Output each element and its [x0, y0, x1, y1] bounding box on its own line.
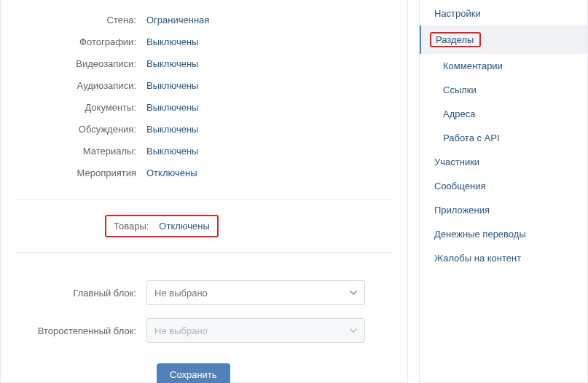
setting-row-photos: Фотографии: Выключены — [15, 36, 393, 58]
setting-label: Обсуждения: — [15, 124, 139, 135]
secondary-block-select: Не выбрано — [146, 318, 365, 343]
nav-apps[interactable]: Приложения — [420, 198, 587, 222]
chevron-down-icon — [350, 328, 357, 333]
setting-value-photos[interactable]: Выключены — [146, 36, 198, 47]
setting-value-videos[interactable]: Выключены — [146, 58, 198, 69]
main-block-row: Главный блок: Не выбрано — [15, 280, 393, 305]
nav-members[interactable]: Участники — [420, 150, 587, 174]
setting-value-tovary[interactable]: Отключены — [159, 221, 209, 232]
main-block-select-value: Не выбрано — [154, 288, 208, 299]
highlight-tovary: Товары: Отключены — [105, 215, 219, 237]
setting-label: Фотографии: — [15, 36, 139, 47]
setting-value-discussions[interactable]: Выключены — [146, 124, 198, 135]
setting-label: Документы: — [15, 102, 139, 113]
main-block-label: Главный блок: — [15, 288, 146, 299]
nav-money[interactable]: Денежные переводы — [420, 222, 587, 246]
nav-messages[interactable]: Сообщения — [420, 174, 587, 198]
nav-sections[interactable]: Разделы — [420, 25, 587, 54]
setting-label: Аудиозаписи: — [15, 80, 139, 91]
nav-addresses[interactable]: Адреса — [420, 102, 587, 126]
setting-label: Видеозаписи: — [15, 58, 139, 69]
setting-value-events[interactable]: Отключены — [146, 167, 197, 178]
setting-value-wall[interactable]: Ограниченная — [146, 15, 209, 25]
setting-value-audio[interactable]: Выключены — [146, 80, 198, 91]
main-block-select[interactable]: Не выбрано — [146, 280, 365, 305]
setting-label: Материалы: — [15, 146, 139, 157]
nav-api[interactable]: Работа с API — [420, 126, 587, 150]
separator — [15, 200, 393, 200]
setting-row-audio: Аудиозаписи: Выключены — [15, 80, 393, 102]
chevron-down-icon — [350, 291, 357, 295]
nav-links[interactable]: Ссылки — [420, 78, 587, 102]
nav-settings[interactable]: Настройки — [420, 1, 587, 25]
setting-row-events: Мероприятия Отключены — [15, 167, 393, 189]
setting-label: Стена: — [15, 15, 139, 25]
setting-row-materials: Материалы: Выключены — [15, 146, 393, 167]
secondary-block-select-value: Не выбрано — [154, 325, 208, 336]
setting-row-discussions: Обсуждения: Выключены — [15, 124, 393, 146]
nav-complaints[interactable]: Жалобы на контент — [420, 246, 587, 270]
save-button[interactable]: Сохранить — [157, 363, 230, 383]
setting-row-wall: Стена: Ограниченная — [15, 15, 393, 36]
setting-row-videos: Видеозаписи: Выключены — [15, 58, 393, 80]
highlight-sections: Разделы — [430, 32, 481, 47]
setting-value-docs[interactable]: Выключены — [146, 102, 198, 113]
setting-row-docs: Документы: Выключены — [15, 102, 393, 124]
separator — [15, 252, 393, 253]
secondary-block-label: Второстепенный блок: — [15, 325, 146, 336]
setting-label: Мероприятия — [15, 167, 139, 178]
setting-value-materials[interactable]: Выключены — [146, 146, 198, 157]
secondary-block-row: Второстепенный блок: Не выбрано — [15, 318, 393, 343]
setting-label-tovary: Товары: — [114, 221, 152, 232]
nav-comments[interactable]: Комментарии — [420, 54, 587, 78]
